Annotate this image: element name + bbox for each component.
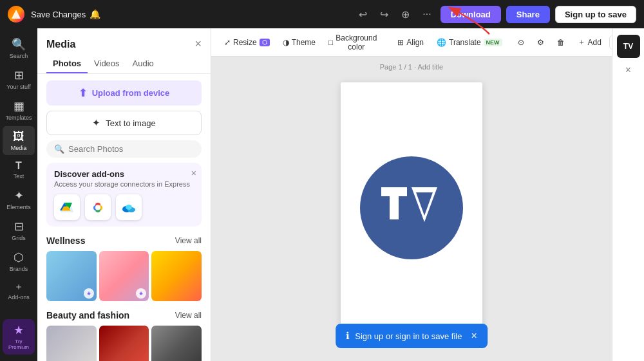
tab-videos[interactable]: Videos: [88, 55, 126, 73]
add-page-button[interactable]: ＋ Add: [573, 33, 607, 51]
icon-sidebar: 🔍 Search ⊞ Your stuff ▦ Templates 🖼 Medi…: [0, 28, 37, 361]
brands-icon: ⬡: [14, 250, 24, 264]
sidebar-item-search[interactable]: 🔍 Search: [3, 33, 35, 63]
align-label: Align: [406, 38, 424, 47]
discover-subtitle: Access your storage connectors in Expres…: [54, 180, 194, 188]
save-notification: ℹ Sign up or sign in to save file ×: [336, 324, 488, 348]
tab-audio[interactable]: Audio: [126, 55, 160, 73]
discover-icons: [54, 194, 194, 220]
right-avatar[interactable]: TV: [617, 35, 640, 58]
text-icon: T: [15, 160, 22, 172]
media-panel-close[interactable]: ×: [194, 37, 202, 51]
sidebar-item-yourstuff[interactable]: ⊞ Your stuff: [3, 64, 35, 94]
beauty-photo-2[interactable]: [99, 326, 149, 361]
notif-info-icon: ℹ: [346, 330, 350, 342]
notif-close-button[interactable]: ×: [471, 330, 477, 342]
gphotos-icon[interactable]: [85, 194, 111, 220]
sidebar-item-media[interactable]: 🖼 Media: [3, 126, 35, 155]
translate-label: Translate: [449, 38, 481, 47]
beauty-view-all[interactable]: View all: [175, 311, 202, 320]
signup-save-button[interactable]: Sign up to save: [555, 6, 636, 23]
onedrive-icon[interactable]: [116, 194, 142, 220]
search-photos-icon: 🔍: [54, 144, 64, 154]
search-photos-container: 🔍: [46, 140, 202, 158]
canvas-paper[interactable]: [341, 82, 482, 333]
text-img-icon: ✦: [92, 117, 100, 129]
accessibility-button[interactable]: ⊙: [513, 35, 529, 50]
gdrive-icon[interactable]: [54, 194, 80, 220]
sidebar-premium-label: Try Premium: [5, 338, 32, 351]
sidebar-item-elements[interactable]: ✦ Elements: [3, 185, 35, 214]
settings-button[interactable]: ⚙: [532, 35, 549, 50]
wellness-photo-2[interactable]: ★: [99, 251, 149, 301]
wellness-photo-3[interactable]: [151, 251, 202, 301]
media-icon: 🖼: [13, 130, 24, 143]
sidebar-item-text[interactable]: T Text: [3, 156, 35, 183]
save-label: Save Changes: [31, 10, 86, 19]
discover-close-button[interactable]: ×: [191, 168, 196, 178]
svg-point-20: [126, 205, 132, 210]
upload-from-device-button[interactable]: ⬆ Upload from device: [46, 80, 202, 106]
delete-button[interactable]: 🗑: [552, 35, 570, 50]
discover-addons-banner: × Discover add-ons Access your storage c…: [46, 163, 202, 227]
sidebar-item-grids[interactable]: ⊟ Grids: [3, 216, 35, 245]
beauty-photo-3[interactable]: [151, 326, 202, 361]
svg-point-17: [95, 205, 100, 210]
sidebar-item-trypremium[interactable]: ★ Try Premium: [3, 319, 35, 355]
app-logo[interactable]: [8, 6, 24, 23]
elements-icon: ✦: [14, 189, 24, 203]
location-button[interactable]: ⊕: [397, 6, 413, 23]
tab-photos[interactable]: Photos: [46, 55, 88, 73]
premium-icon: ★: [14, 323, 24, 337]
more-button[interactable]: ···: [419, 6, 435, 23]
top-bar-actions: ↩ ↪ ⊕ ··· Download Share Sign up to save: [355, 6, 636, 23]
background-color-button[interactable]: □ Background color: [323, 30, 382, 55]
media-tabs: Photos Videos Audio: [37, 55, 211, 74]
sidebar-item-brands[interactable]: ⬡ Brands: [3, 246, 35, 276]
share-button[interactable]: Share: [506, 6, 550, 23]
theme-button[interactable]: ◑ Theme: [278, 35, 321, 50]
translate-button[interactable]: 🌐 Translate NEW: [431, 35, 507, 50]
sidebar-item-templates[interactable]: ▦ Templates: [3, 95, 35, 125]
sidebar-templates-label: Templates: [5, 115, 32, 121]
redo-button[interactable]: ↪: [376, 6, 392, 23]
align-button[interactable]: ⊞ Align: [392, 35, 429, 50]
media-panel-header: Media ×: [37, 28, 211, 55]
translate-icon: 🌐: [437, 38, 446, 47]
tv-logo-svg: [376, 182, 447, 234]
yourstuff-icon: ⊞: [14, 68, 24, 82]
sidebar-item-addons[interactable]: ＋ Add-ons: [3, 277, 35, 304]
upload-label: Upload from device: [92, 88, 170, 98]
toolbar: ⤢ Resize ⬡ ◑ Theme □ Background color ⊞ …: [211, 28, 612, 57]
sidebar-elements-label: Elements: [6, 204, 31, 210]
bgcolor-label: Background color: [336, 33, 377, 51]
save-changes-button[interactable]: Save Changes 🔔: [31, 9, 100, 19]
undo-button[interactable]: ↩: [355, 6, 371, 23]
bgcolor-icon: □: [328, 38, 333, 47]
theme-icon: ◑: [283, 38, 289, 47]
search-photos-input[interactable]: [68, 144, 194, 154]
download-button[interactable]: Download: [440, 6, 501, 23]
beauty-photo-1[interactable]: [46, 326, 97, 361]
sidebar-text-label: Text: [14, 173, 24, 180]
wellness-title: Wellness: [46, 236, 85, 246]
wellness-photo-1[interactable]: ★: [46, 251, 97, 301]
right-panel-close[interactable]: ×: [625, 64, 631, 76]
accessibility-icon: ⊙: [518, 38, 524, 47]
beauty-photo-grid: [46, 326, 202, 361]
notif-text: Sign up or sign in to save file: [355, 331, 462, 341]
wellness-badge-2: ★: [136, 288, 146, 299]
canvas-page-label[interactable]: Page 1 / 1 · Add title: [380, 63, 443, 71]
beauty-section-header: Beauty and fashion View all: [46, 310, 202, 320]
search-icon: 🔍: [12, 37, 26, 51]
translate-new-badge: NEW: [484, 39, 502, 46]
text-to-image-button[interactable]: ✦ Text to image: [46, 111, 202, 135]
main-area: 🔍 Search ⊞ Your stuff ▦ Templates 🖼 Medi…: [0, 28, 644, 361]
wellness-view-all[interactable]: View all: [175, 236, 202, 245]
addons-icon: ＋: [14, 281, 23, 293]
wellness-section-header: Wellness View all: [46, 236, 202, 246]
resize-button[interactable]: ⤢ Resize ⬡: [219, 35, 275, 50]
templates-icon: ▦: [14, 99, 24, 113]
text-img-label: Text to image: [106, 118, 155, 128]
settings-icon: ⚙: [537, 38, 544, 47]
